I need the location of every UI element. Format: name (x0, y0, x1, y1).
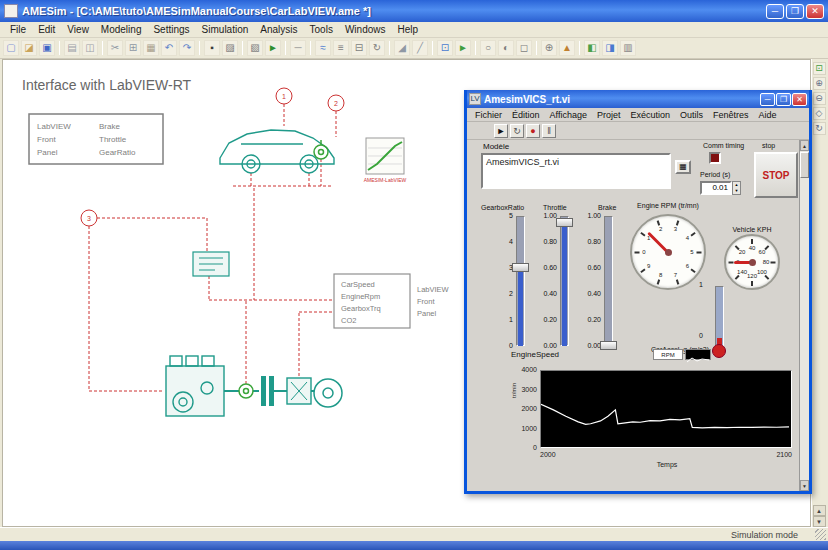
minimize-button[interactable]: ─ (766, 4, 784, 19)
menu-file[interactable]: File (4, 24, 32, 35)
print-icon[interactable]: ▤ (64, 40, 80, 56)
lv-menu-fichier[interactable]: Fichier (470, 110, 507, 120)
redraw-icon[interactable]: ↻ (813, 122, 826, 135)
speed-sensor-icon[interactable] (314, 140, 328, 159)
menu-modeling[interactable]: Modeling (95, 24, 148, 35)
dash-icon[interactable]: ─ (290, 40, 306, 56)
component-icon[interactable]: ⊕ (541, 40, 557, 56)
slider-tick: 0.00 (535, 342, 557, 349)
stop-button[interactable]: STOP (754, 152, 798, 198)
torque-sensor-icon[interactable] (239, 384, 253, 398)
palette-icon[interactable]: ◧ (584, 40, 600, 56)
model-path-field[interactable]: AmesimVICS_rt.vi (481, 153, 671, 189)
plot-icon[interactable]: ≈ (315, 40, 331, 56)
main-titlebar[interactable]: AMESim - [C:\AME\tuto\AMESimManualCourse… (0, 0, 828, 22)
lv-menu-affichage[interactable]: Affichage (545, 110, 592, 120)
waveform-chart[interactable] (540, 370, 792, 448)
period-spinner[interactable]: ▲▼ (732, 181, 741, 195)
menu-analysis[interactable]: Analysis (254, 24, 303, 35)
zoom-out-icon[interactable]: ⊖ (813, 92, 826, 105)
throttle-slider-handle[interactable] (556, 218, 573, 227)
labview-window[interactable]: LV AmesimVICS_rt.vi ─ ❐ ✕ FichierÉdition… (464, 90, 812, 494)
output-box[interactable]: CarSpeed EngineRpm GearboxTrq CO2 (334, 274, 410, 328)
scroll-up-arrow[interactable]: ▲ (813, 505, 826, 516)
resize-grip[interactable] (815, 529, 826, 540)
pause-button[interactable]: ‖ (542, 124, 556, 138)
update-icon[interactable]: ↻ (369, 40, 385, 56)
pointer-icon[interactable]: ◢ (394, 40, 410, 56)
doc-icon[interactable]: ▥ (620, 40, 636, 56)
close-button[interactable]: ✕ (806, 4, 824, 19)
submodel-mode-icon[interactable]: ▨ (222, 40, 238, 56)
undo-icon[interactable]: ↶ (161, 40, 177, 56)
lv-menu-aide[interactable]: Aide (754, 110, 782, 120)
browse-button[interactable]: ▦ (675, 160, 691, 174)
menu-tools[interactable]: Tools (304, 24, 339, 35)
menu-help[interactable]: Help (391, 24, 424, 35)
period-field[interactable]: 0.01 (700, 181, 732, 195)
engine-component[interactable] (166, 356, 224, 416)
input-table[interactable]: LabVIEW Brake Front Throttle Panel GearR… (29, 114, 163, 164)
comm-led[interactable] (709, 152, 721, 164)
copy-icon[interactable]: ⊞ (125, 40, 141, 56)
maximize-button[interactable]: ❐ (786, 4, 804, 19)
brake-slider-handle[interactable] (600, 341, 617, 350)
brake-slider-track[interactable] (604, 216, 613, 346)
cut-icon[interactable]: ✂ (107, 40, 123, 56)
fit-view-icon[interactable]: ⊡ (813, 62, 826, 75)
print-preview-icon[interactable]: ◫ (82, 40, 98, 56)
zoom-in-icon[interactable]: ⊕ (813, 77, 826, 90)
accel-thermometer-bulb (712, 344, 726, 358)
abort-button[interactable]: ● (526, 124, 540, 138)
user-icon[interactable]: ▲ (559, 40, 575, 56)
chart-legend-sample[interactable] (685, 349, 711, 360)
menu-windows[interactable]: Windows (339, 24, 392, 35)
pan-icon[interactable]: ◇ (813, 107, 826, 120)
gearbox-ratio-slider-handle[interactable] (512, 263, 529, 272)
lv-menu-outils[interactable]: Outils (675, 110, 708, 120)
paste-icon[interactable]: ▦ (143, 40, 159, 56)
lv-menu-projet[interactable]: Projet (592, 110, 626, 120)
lv-maximize-button[interactable]: ❐ (776, 93, 791, 106)
label-icon[interactable]: ◻ (516, 40, 532, 56)
scroll-down-arrow[interactable]: ▼ (813, 516, 826, 527)
menu-edit[interactable]: Edit (32, 24, 61, 35)
interface-icon[interactable]: ⊡ (437, 40, 453, 56)
chart-legend-label[interactable]: RPM (653, 349, 683, 360)
lv-menu-exécution[interactable]: Exécution (625, 110, 675, 120)
panel-scrollbar[interactable]: ▲ ▼ (799, 140, 809, 491)
open-icon[interactable]: ◪ (21, 40, 37, 56)
lv-menu-fenêtres[interactable]: Fenêtres (708, 110, 754, 120)
sketch-mode-icon[interactable]: ▪ (204, 40, 220, 56)
save-icon[interactable]: ▣ (39, 40, 55, 56)
scroll-up-arrow[interactable]: ▲ (800, 140, 809, 151)
scroll-down-arrow[interactable]: ▼ (800, 480, 809, 491)
parameter-mode-icon[interactable]: ▧ (247, 40, 263, 56)
line-icon[interactable]: ╱ (412, 40, 428, 56)
labview-titlebar[interactable]: LV AmesimVICS_rt.vi ─ ❐ ✕ (467, 90, 809, 108)
run-continuous-button[interactable]: ↻ (510, 124, 524, 138)
lv-close-button[interactable]: ✕ (792, 93, 807, 106)
probe-icon[interactable]: ◐ (498, 40, 514, 56)
menu-simulation[interactable]: Simulation (196, 24, 255, 35)
run-icon[interactable]: ► (455, 40, 471, 56)
lv-menu-édition[interactable]: Édition (507, 110, 545, 120)
linear-analysis-icon[interactable]: ≡ (333, 40, 349, 56)
lv-minimize-button[interactable]: ─ (760, 93, 775, 106)
slider-tick: 0.80 (579, 238, 601, 245)
simulation-mode-icon[interactable]: ► (265, 40, 281, 56)
scrollbar-thumb[interactable] (800, 152, 809, 178)
ecu-component[interactable] (193, 252, 229, 276)
car-component[interactable] (220, 130, 334, 173)
redo-icon[interactable]: ↷ (179, 40, 195, 56)
run-button[interactable]: ► (494, 124, 508, 138)
slider-tick: 5 (491, 212, 513, 219)
front-panel-icon[interactable]: ◨ (602, 40, 618, 56)
menu-settings[interactable]: Settings (147, 24, 195, 35)
labview-interface-icon[interactable]: AMESIM-LabVIEW (364, 138, 407, 183)
accel-thermometer[interactable] (715, 286, 724, 346)
menu-view[interactable]: View (61, 24, 95, 35)
watch-icon[interactable]: ○ (480, 40, 496, 56)
new-icon[interactable]: ▢ (3, 40, 19, 56)
batch-icon[interactable]: ⊟ (351, 40, 367, 56)
